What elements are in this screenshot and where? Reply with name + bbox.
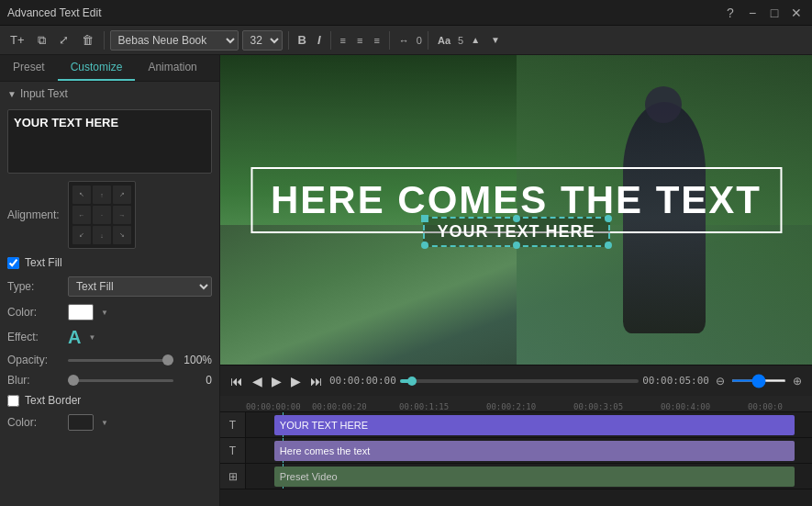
text-fill-checkbox[interactable] [7,257,19,269]
track-clip-0[interactable]: YOUR TEXT HERE [274,415,795,435]
opacity-row: Opacity: 100% [0,350,219,370]
align-mid-center[interactable]: · [93,206,111,224]
color-label: Color: [7,306,62,319]
progress-bar[interactable] [400,379,639,383]
tabs-row: Preset Customize Animation [0,55,219,82]
align-mid-right[interactable]: → [113,206,131,224]
italic-button[interactable]: I [314,31,325,49]
font-size-select[interactable]: 32 [242,30,283,51]
ruler-mark-3: 00:00:2:10 [486,402,536,411]
blur-value: 0 [179,374,212,387]
text-fill-label: Text Fill [25,256,62,269]
font-family-select[interactable]: Bebas Neue Book [110,30,239,51]
tab-animation[interactable]: Animation [135,55,209,81]
track-row-2: ⊞ Preset Video [220,464,812,489]
align-bot-right[interactable]: ↘ [113,226,131,244]
play-button[interactable]: ▶ [269,371,284,391]
value-a-display: 0 [417,35,422,46]
bold-button[interactable]: B [295,31,310,49]
tab-customize[interactable]: Customize [58,55,136,81]
blur-slider[interactable] [68,379,173,382]
border-color-row: Color: ▼ [0,410,219,434]
align-top-center[interactable]: ↑ [93,186,111,204]
right-area: HERE COMES THE TEXT YOUR TEXT HERE [220,55,812,506]
tab-preset[interactable]: Preset [0,55,58,81]
close-button[interactable]: ✕ [788,5,805,21]
volume-down-button[interactable]: ⊖ [713,372,728,390]
timeline-ruler: 00:00:00:00 00:00:00:20 00:00:1:15 00:00… [220,396,812,412]
track-clip-2[interactable]: Preset Video [274,467,795,487]
effect-label: Effect: [7,331,62,343]
align-mid-left[interactable]: ← [72,206,91,224]
track-clip-1[interactable]: Here comes the text [274,441,795,461]
text-border-checkbox[interactable] [7,395,19,407]
volume-up-button[interactable]: ⊕ [790,372,805,390]
effect-row: Effect: A ▼ [0,324,219,350]
border-color-swatch[interactable] [68,414,94,431]
duplicate-button[interactable]: ⧉ [33,30,50,51]
color-arrow-icon[interactable]: ▼ [101,309,108,317]
aa-button[interactable]: Aa [434,33,454,48]
text-border-row: Text Border [0,390,219,410]
ruler-mark-5: 00:00:4:00 [661,402,710,411]
input-text-label: Input Text [20,87,68,100]
input-text-display[interactable]: YOUR TEXT HERE [7,109,212,174]
align-top-left[interactable]: ↖ [72,186,91,204]
align-left-button[interactable]: ≡ [337,33,350,48]
timeline-tracks: T YOUR TEXT HERE T Here comes the te [220,412,812,506]
title-bar: Advanced Text Edit ? − □ ✕ [0,0,812,26]
separator-1 [104,31,105,50]
effect-arrow-icon[interactable]: ▼ [88,333,95,342]
align-bot-center[interactable]: ↓ [93,226,111,244]
maximize-button[interactable]: □ [766,5,783,21]
main-toolbar: T+ ⧉ ⤢ 🗑 Bebas Neue Book 32 B I ≡ ≡ ≡ ↔ … [0,26,812,55]
align-bot-left[interactable]: ↙ [72,226,91,244]
track-icon-1[interactable]: T [220,438,246,463]
delete-button[interactable]: 🗑 [77,30,98,50]
decrement-button[interactable]: ▼ [487,33,504,47]
rewind-button[interactable]: ⏮ [228,371,246,391]
arrow-icon: ▼ [7,89,17,99]
track-row-1: T Here comes the text [220,438,812,464]
prev-frame-button[interactable]: ◀ [250,371,265,391]
track-icon-0[interactable]: T [220,412,246,437]
align-right-button[interactable]: ≡ [370,33,383,48]
align-center-button[interactable]: ≡ [353,33,366,48]
resize-button[interactable]: ⤢ [54,30,73,50]
left-panel: Preset Customize Animation ▼ Input Text … [0,55,220,506]
ruler-mark-4: 00:00:3:05 [573,402,623,411]
increment-button[interactable]: ▲ [467,33,484,47]
opacity-label: Opacity: [7,354,62,366]
video-preview: HERE COMES THE TEXT YOUR TEXT HERE [220,55,812,365]
minimize-button[interactable]: − [744,5,761,21]
align-top-right[interactable]: ↗ [113,186,131,204]
ruler-mark-0: 00:00:00:00 [246,402,301,411]
next-frame-button[interactable]: ▶ [288,371,304,391]
video-background: HERE COMES THE TEXT YOUR TEXT HERE [220,55,812,365]
color-swatch[interactable] [68,304,94,320]
blur-label: Blur: [7,374,62,387]
ruler-mark-1: 00:00:00:20 [312,402,367,411]
effect-preview[interactable]: A [68,328,81,346]
volume-slider[interactable] [731,379,786,382]
opacity-slider[interactable] [68,359,173,362]
ruler-mark-2: 00:00:1:15 [399,402,449,411]
ruler-mark-6: 00:00:0 [748,402,783,411]
text-fill-row: Text Fill [0,253,219,273]
track-icon-2[interactable]: ⊞ [220,464,246,489]
type-select[interactable]: Text Fill [68,276,212,297]
alignment-grid: ↖ ↑ ↗ ← · → ↙ ↓ ↘ [68,181,136,249]
blur-row: Blur: 0 [0,370,219,390]
help-button[interactable]: ? [722,5,739,21]
forward-button[interactable]: ⏭ [307,371,326,391]
track-content-1: Here comes the text [246,438,812,463]
blur-slider-container [68,379,173,382]
total-time: 00:00:05:00 [642,375,709,387]
spacing-button[interactable]: ↔ [395,33,413,48]
input-text-section-header[interactable]: ▼ Input Text [0,82,219,106]
main-layout: Preset Customize Animation ▼ Input Text … [0,55,812,506]
separator-5 [428,31,428,50]
value-b-display: 5 [458,35,463,46]
border-color-arrow-icon[interactable]: ▼ [101,419,108,427]
add-text-button[interactable]: T+ [6,30,29,50]
